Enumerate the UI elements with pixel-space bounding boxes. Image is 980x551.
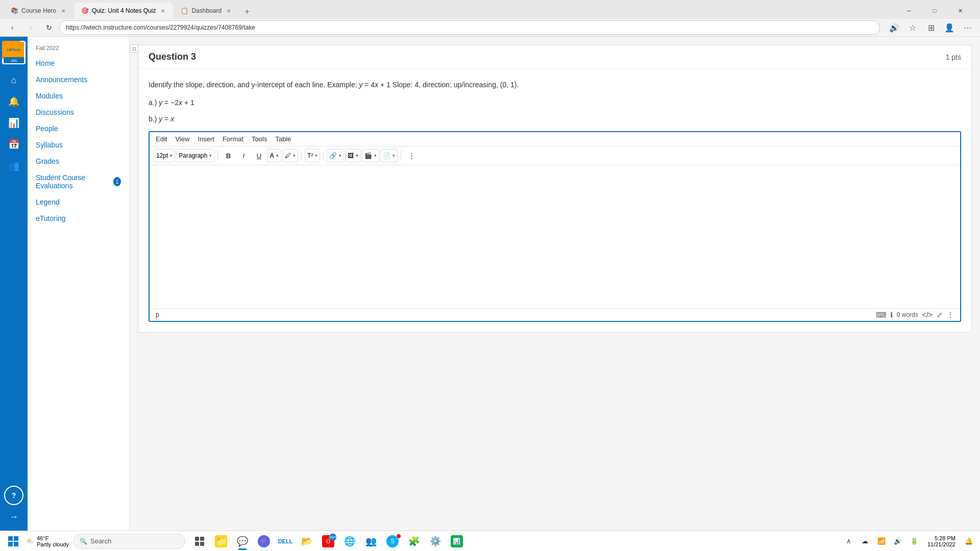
tab-dashboard[interactable]: 📋 Dashboard ✕ bbox=[174, 3, 239, 19]
taskbar-apps: 📁 💬 👾 DELL 📂 O 99+ 🌐 👥 bbox=[189, 532, 467, 551]
collapse-sidebar-icon[interactable]: → bbox=[4, 507, 23, 527]
tab-close-1[interactable]: ✕ bbox=[59, 7, 67, 15]
media-selector[interactable]: 🎬 ▾ bbox=[362, 149, 379, 162]
editor-menu-tools[interactable]: Tools bbox=[252, 135, 267, 143]
taskbar-app-discord[interactable]: 👾 bbox=[254, 532, 274, 551]
forward-button[interactable]: › bbox=[22, 19, 39, 36]
nav-item-grades[interactable]: Grades bbox=[28, 153, 129, 169]
maximize-button[interactable]: □ bbox=[923, 3, 946, 19]
editor-menu-edit[interactable]: Edit bbox=[156, 135, 167, 143]
link-icon: 🔗 bbox=[329, 152, 337, 159]
start-button[interactable] bbox=[4, 532, 22, 550]
more-options-button[interactable]: ⋮ bbox=[404, 148, 419, 163]
editor-content-area[interactable] bbox=[150, 165, 960, 308]
back-button[interactable]: ‹ bbox=[4, 19, 20, 36]
keyboard-icon[interactable]: ⌨ bbox=[876, 311, 886, 319]
global-nav-grades-icon[interactable]: 📊 bbox=[4, 113, 23, 133]
editor-menu-view[interactable]: View bbox=[175, 135, 189, 143]
taskbar-file-explorer[interactable]: 📁 bbox=[211, 532, 231, 551]
image-chevron: ▾ bbox=[356, 153, 358, 158]
taskbar-task-view[interactable] bbox=[189, 532, 210, 551]
html-source-icon[interactable]: </> bbox=[922, 311, 933, 319]
tab-close-3[interactable]: ✕ bbox=[225, 7, 233, 15]
taskbar-green-app[interactable]: 📊 bbox=[447, 532, 467, 551]
global-nav-calendar-icon[interactable]: 📅 bbox=[4, 135, 23, 154]
taskbar-skype[interactable]: S bbox=[382, 532, 403, 551]
global-nav-inbox-icon[interactable]: 🔔 bbox=[4, 92, 23, 111]
nav-item-home[interactable]: Home bbox=[28, 55, 129, 71]
notification-center-icon[interactable]: 🔔 bbox=[962, 534, 976, 548]
read-aloud-icon[interactable]: 🔊 bbox=[886, 19, 902, 36]
tab-course-hero[interactable]: 📚 Course Hero ✕ bbox=[4, 3, 74, 19]
nav-modules-label: Modules bbox=[36, 92, 63, 100]
minimize-button[interactable]: ─ bbox=[897, 3, 921, 19]
profile-icon[interactable]: 👤 bbox=[941, 19, 958, 36]
global-nav-people-icon[interactable]: 👥 bbox=[4, 156, 23, 176]
taskbar-teams[interactable]: 💬 bbox=[232, 532, 253, 551]
taskbar-settings[interactable]: ⚙️ bbox=[425, 532, 446, 551]
new-tab-button[interactable]: + bbox=[240, 5, 254, 19]
superscript-selector[interactable]: T² ▾ bbox=[305, 149, 320, 162]
nav-etutoring-label: eTutoring bbox=[36, 214, 66, 222]
svg-rect-1 bbox=[200, 537, 204, 541]
tab-close-2[interactable]: ✕ bbox=[159, 7, 167, 15]
taskbar-dell[interactable]: DELL bbox=[275, 532, 296, 551]
global-nav-help-icon[interactable]: ? bbox=[4, 486, 23, 505]
font-size-selector[interactable]: 12pt ▾ bbox=[154, 149, 175, 162]
nav-item-discussions[interactable]: Discussions bbox=[28, 104, 129, 120]
settings-icon: ⚙️ bbox=[429, 535, 442, 547]
paragraph-style-selector[interactable]: Paragraph ▾ bbox=[176, 149, 214, 162]
sidebar-toggle[interactable]: □ bbox=[130, 41, 139, 56]
taskbar-search-bar[interactable]: 🔍 Search bbox=[73, 534, 185, 549]
nav-item-modules[interactable]: Modules bbox=[28, 88, 129, 104]
bold-button[interactable]: B bbox=[221, 148, 235, 163]
font-color-selector[interactable]: A ▾ bbox=[267, 149, 281, 162]
italic-button[interactable]: I bbox=[236, 148, 251, 163]
document-selector[interactable]: 📄 ▾ bbox=[380, 149, 398, 162]
font-size-value: 12pt bbox=[156, 152, 168, 159]
taskbar-edge[interactable]: 🌐 bbox=[339, 532, 360, 551]
nav-item-syllabus[interactable]: Syllabus bbox=[28, 137, 129, 153]
question-instruction: Identify the slope, direction, and y-int… bbox=[149, 79, 961, 90]
editor-menu-insert[interactable]: Insert bbox=[198, 135, 214, 143]
refresh-button[interactable]: ↻ bbox=[41, 19, 57, 36]
nav-item-etutoring[interactable]: eTutoring bbox=[28, 210, 129, 227]
global-nav-home-icon[interactable]: ⌂ bbox=[4, 70, 23, 90]
link-selector[interactable]: 🔗 ▾ bbox=[327, 149, 344, 162]
taskbar-app-badge[interactable]: O 99+ bbox=[318, 532, 338, 551]
nav-syllabus-label: Syllabus bbox=[36, 141, 63, 149]
nav-item-legend[interactable]: Legend bbox=[28, 194, 129, 210]
cloud-icon[interactable]: ☁ bbox=[858, 534, 872, 548]
favorites-icon[interactable]: ☆ bbox=[904, 19, 921, 36]
settings-more-icon[interactable]: ⋯ bbox=[960, 19, 976, 36]
highlight-color-selector[interactable]: 🖊 ▾ bbox=[282, 149, 298, 162]
editor-menu-table[interactable]: Table bbox=[275, 135, 291, 143]
time-date[interactable]: 5:28 PM 11/21/2022 bbox=[923, 535, 960, 547]
semester-label: Fall 2022 bbox=[28, 43, 129, 55]
editor-menu-format[interactable]: Format bbox=[223, 135, 243, 143]
volume-icon[interactable]: 🔊 bbox=[891, 534, 905, 548]
close-button[interactable]: ✕ bbox=[948, 3, 972, 19]
expand-editor-icon[interactable]: ⤢ bbox=[937, 311, 943, 319]
nav-item-announcements[interactable]: Announcements bbox=[28, 71, 129, 88]
tab-quiz[interactable]: 🎯 Quiz: Unit 4 Notes Quiz ✕ bbox=[75, 3, 173, 19]
image-selector[interactable]: 🖼 ▾ bbox=[345, 149, 361, 162]
underline-button[interactable]: U bbox=[252, 148, 266, 163]
weather-widget[interactable]: ⛅ 46°F Partly cloudy bbox=[22, 535, 73, 547]
nav-item-people[interactable]: People bbox=[28, 120, 129, 137]
nav-grades-label: Grades bbox=[36, 157, 59, 165]
taskbar-teams-2[interactable]: 👥 bbox=[361, 532, 381, 551]
nav-item-evaluations[interactable]: Student Course Evaluations 1 bbox=[28, 169, 129, 194]
editor-more-icon[interactable]: ⋮ bbox=[947, 311, 954, 319]
accessibility-icon[interactable]: ℹ bbox=[890, 311, 893, 319]
battery-icon[interactable]: 🔋 bbox=[907, 534, 921, 548]
wifi-icon[interactable]: 📶 bbox=[874, 534, 889, 548]
address-bar[interactable]: https://lwtech.instructure.com/courses/2… bbox=[59, 20, 880, 35]
collections-icon[interactable]: ⊞ bbox=[923, 19, 939, 36]
office-badge: 99+ bbox=[329, 534, 336, 541]
taskbar-app-puzzle[interactable]: 🧩 bbox=[404, 532, 424, 551]
taskbar-folder[interactable]: 📂 bbox=[297, 532, 317, 551]
show-hidden-icons[interactable]: ∧ bbox=[842, 534, 856, 548]
taskbar: ⛅ 46°F Partly cloudy 🔍 Search 📁 bbox=[0, 531, 980, 551]
html-tag-indicator: p bbox=[156, 311, 159, 318]
